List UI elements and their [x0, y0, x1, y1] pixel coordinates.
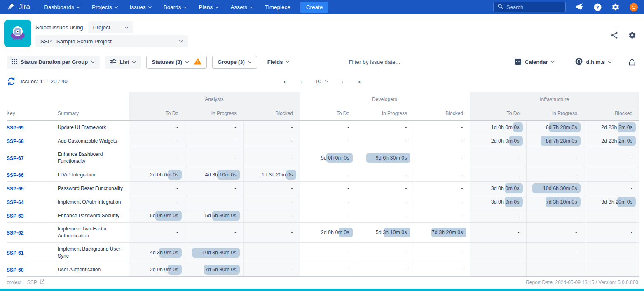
issue-date-filter-input[interactable] — [349, 59, 419, 65]
duration-cell: 6d 7h 28m 0s — [526, 120, 584, 134]
empty-duration-cell: - — [414, 148, 470, 168]
announcements-icon[interactable] — [575, 2, 584, 12]
issue-key-link[interactable]: SSP-69 — [7, 125, 23, 131]
empty-duration-cell: - — [526, 168, 584, 182]
empty-duration-cell: - — [584, 209, 639, 223]
issue-key-cell: SSP-69 — [7, 120, 58, 134]
help-icon[interactable]: ? — [593, 2, 602, 12]
prev-page-button[interactable]: ‹ — [299, 77, 304, 86]
empty-duration-cell: - — [185, 182, 243, 195]
status-column-header: Blocked — [243, 106, 300, 120]
empty-duration-cell: - — [414, 263, 470, 277]
view-mode-button[interactable]: List — [105, 56, 141, 69]
duration-cell: 2d 0h 0m 0s — [129, 263, 185, 277]
groups-filter-button[interactable]: Groups (3) — [212, 56, 257, 69]
nav-item-boards[interactable]: Boards — [164, 4, 187, 10]
empty-duration-cell: - — [526, 263, 584, 277]
calendar-button[interactable]: Calendar — [510, 56, 560, 69]
project-select[interactable]: SSP - Sample Scrum Project — [35, 35, 188, 47]
nav-item-projects[interactable]: Projects — [92, 4, 118, 10]
report-settings-gear-icon[interactable] — [628, 31, 637, 40]
last-page-button[interactable]: » — [356, 77, 362, 86]
issue-key-cell: SSP-61 — [7, 243, 58, 263]
share-icon[interactable] — [610, 31, 619, 40]
global-search[interactable] — [493, 2, 566, 12]
fields-button[interactable]: Fields — [262, 56, 295, 69]
group-header-infrastructure: Infrastructure — [470, 92, 639, 106]
duration-cell: 5d 3h 10m 0s — [356, 223, 414, 243]
search-input[interactable] — [506, 4, 556, 10]
page-size-select[interactable]: 10 — [315, 78, 329, 84]
issue-key-link[interactable]: SSP-61 — [7, 250, 23, 256]
issue-key-cell: SSP-64 — [7, 195, 58, 209]
first-page-button[interactable]: « — [282, 77, 288, 86]
issue-key-link[interactable]: SSP-64 — [7, 199, 23, 205]
nav-item-plans[interactable]: Plans — [199, 4, 219, 10]
statuses-filter-button[interactable]: Statuses (3) — [146, 56, 207, 69]
duration-format-button[interactable]: d.h.m.s — [570, 56, 617, 69]
chevron-down-icon — [250, 5, 253, 8]
page-size-value: 10 — [315, 78, 321, 84]
issue-key-link[interactable]: SSP-63 — [7, 213, 23, 219]
nav-item-label: Assets — [230, 4, 247, 10]
jira-brand[interactable]: Jira — [7, 2, 30, 12]
settings-gear-icon[interactable] — [611, 2, 620, 12]
statuses-filter-label: Statuses (3) — [152, 59, 182, 65]
main-menu: DashboardsProjectsIssuesBoardsPlansAsset… — [44, 4, 290, 10]
issue-key-link[interactable]: SSP-68 — [7, 138, 23, 144]
empty-duration-cell: - — [414, 209, 470, 223]
issue-summary-cell: LDAP Integration — [58, 168, 129, 182]
user-avatar[interactable] — [629, 2, 638, 12]
empty-duration-cell: - — [300, 182, 356, 195]
table-row: SSP-63Enhance Password Security5d 0h 0m … — [7, 209, 639, 223]
empty-duration-cell: - — [185, 223, 243, 243]
nav-item-issues[interactable]: Issues — [130, 4, 152, 10]
issue-key-link[interactable]: SSP-60 — [7, 267, 23, 273]
empty-duration-cell: - — [300, 120, 356, 134]
jql-link[interactable]: project = SSP — [7, 279, 45, 286]
empty-duration-cell: - — [243, 223, 300, 243]
chevron-down-icon — [248, 59, 252, 63]
issue-source-select[interactable]: Project — [88, 21, 133, 33]
table-row: SSP-65Password Reset Functionality------… — [7, 182, 639, 195]
jira-logo-icon — [7, 2, 16, 12]
duration-cell: 5d 0h 0m 0s — [129, 209, 185, 223]
nav-item-dashboards[interactable]: Dashboards — [44, 4, 80, 10]
empty-duration-cell: - — [584, 168, 639, 182]
chevron-down-icon — [551, 59, 555, 63]
next-page-button[interactable]: › — [340, 77, 345, 86]
svg-text:?: ? — [596, 5, 599, 9]
status-column-header: Blocked — [584, 106, 639, 120]
duration-cell: 3d 0h 0m 0s — [470, 182, 526, 195]
empty-duration-cell: - — [129, 134, 185, 148]
empty-duration-cell: - — [243, 243, 300, 263]
select-issues-label: Select issues using — [35, 24, 83, 31]
empty-duration-cell: - — [584, 263, 639, 277]
external-link-icon — [40, 279, 45, 286]
nav-item-assets[interactable]: Assets — [230, 4, 253, 10]
issue-key-link[interactable]: SSP-65 — [7, 186, 23, 192]
empty-duration-cell: - — [584, 148, 639, 168]
issue-key-link[interactable]: SSP-62 — [7, 230, 23, 236]
empty-duration-cell: - — [243, 148, 300, 168]
report-type-button[interactable]: Status Duration per Group — [7, 56, 100, 69]
issue-key-link[interactable]: SSP-67 — [7, 155, 23, 161]
issue-key-cell: SSP-63 — [7, 209, 58, 223]
create-button[interactable]: Create — [300, 2, 329, 13]
issue-key-link[interactable]: SSP-66 — [7, 172, 23, 178]
empty-duration-cell: - — [470, 243, 526, 263]
empty-duration-cell: - — [526, 148, 584, 168]
nav-item-timepiece[interactable]: Timepiece — [265, 4, 290, 10]
chevron-down-icon — [215, 5, 219, 8]
duration-cell: 10d 6h 30m 0s — [526, 182, 584, 195]
report-toolbar: Status Duration per Group List Statuses … — [0, 52, 644, 70]
empty-duration-cell: - — [356, 120, 414, 134]
duration-cell: 2d 23h 2m 0s — [584, 120, 639, 134]
duration-cell: 2d 0h 0m 0s — [300, 223, 356, 243]
export-icon[interactable] — [628, 58, 637, 67]
issue-key-cell: SSP-66 — [7, 168, 58, 182]
empty-duration-cell: - — [185, 134, 243, 148]
empty-duration-cell: - — [243, 120, 300, 134]
top-navbar: Jira DashboardsProjectsIssuesBoardsPlans… — [0, 0, 644, 14]
empty-duration-cell: - — [470, 148, 526, 168]
